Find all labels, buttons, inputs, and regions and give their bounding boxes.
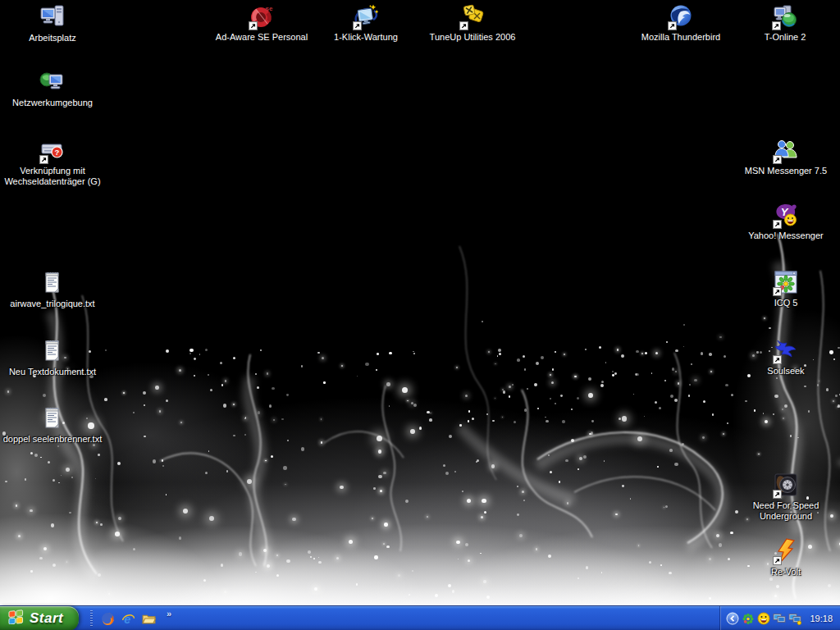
desktop-icon-label: ICQ 5 [724, 298, 840, 308]
desktop-icon-label: Yahoo! Messenger [724, 231, 840, 241]
quicklaunch-internet-explorer-icon[interactable]: e [121, 612, 135, 626]
system-tray: 19:18 [719, 606, 840, 630]
svg-text:e: e [124, 612, 130, 625]
quick-launch-overflow-chevron[interactable]: » [167, 609, 171, 619]
desktop-icon-soulseek[interactable]: Soulseek [724, 337, 840, 377]
desktop-icon-label: MSN Messenger 7.5 [724, 166, 840, 176]
desktop-icon-re-volt[interactable]: Re-Volt [724, 538, 840, 578]
nfs-icon [773, 472, 799, 498]
desktop-icon-label: Need For SpeedUnderground [724, 500, 840, 522]
shortcut-arrow-icon [249, 21, 258, 30]
tray-network-1-icon[interactable] [773, 612, 786, 625]
desktop-icon-tuneup-utilities[interactable]: TuneUp Utilities 2006 [411, 3, 534, 43]
shortcut-arrow-icon [773, 155, 782, 164]
quicklaunch-firefox-icon[interactable] [101, 612, 115, 626]
icq-icon [773, 269, 799, 295]
windows-logo-icon [7, 609, 25, 628]
desktop-icon-label: Arbeitsplatz [0, 33, 114, 43]
desktop: ArbeitsplatzseAd-Aware SE Personal1-Klic… [0, 0, 840, 630]
svg-text:se: se [266, 5, 273, 12]
quicklaunch-folder-icon[interactable] [142, 612, 156, 626]
soulseek-icon [773, 337, 799, 363]
shortcut-arrow-icon [773, 287, 782, 296]
ad-aware-icon: se [249, 3, 275, 30]
wallpaper-tendrils [0, 0, 840, 605]
tray-collapse-chevron-icon[interactable] [726, 612, 739, 625]
desktop-icon-wechseldatentraeger[interactable]: ?Verknüpfung mitWechseldatenträger (G) [0, 137, 114, 187]
desktop-icon-label: Verknüpfung mitWechseldatenträger (G) [0, 166, 114, 187]
notepad-icon [39, 405, 66, 431]
desktop-icon-label: TuneUp Utilities 2006 [411, 32, 534, 43]
desktop-icon-label: 1-Klick-Wartung [304, 32, 427, 43]
desktop-icon-neu-textdokument[interactable]: Neu Textdokument.txt [0, 338, 114, 377]
tray-icq-tray-icon[interactable] [742, 612, 755, 625]
desktop-icon-netzwerkumgebung[interactable]: Netzwerkumgebung [0, 69, 114, 108]
tray-clock[interactable]: 19:18 [810, 614, 833, 623]
t-online-icon [772, 3, 798, 30]
thunderbird-icon [668, 3, 694, 30]
desktop-icon-label: doppel seelenbrenner.txt [0, 434, 114, 445]
start-button[interactable]: Start [0, 606, 79, 630]
wallpaper [0, 0, 840, 605]
desktop-icon-yahoo-messenger[interactable]: YYahoo! Messenger [724, 202, 840, 241]
desktop-icon-label: Soulseek [724, 366, 840, 377]
shortcut-arrow-icon [773, 556, 782, 565]
network-icon [39, 69, 66, 95]
one-click-icon [353, 3, 379, 30]
desktop-icon-icq-5[interactable]: ICQ 5 [724, 269, 840, 308]
shortcut-arrow-icon [772, 21, 781, 30]
shortcut-arrow-icon [39, 155, 48, 164]
desktop-icon-label: Netzwerkumgebung [0, 98, 114, 108]
removable-drive-icon: ? [39, 137, 66, 163]
shortcut-arrow-icon [773, 490, 782, 499]
shortcut-arrow-icon [668, 21, 677, 30]
desktop-icon-label: Neu Textdokument.txt [0, 367, 114, 377]
desktop-icon-t-online-2[interactable]: T-Online 2 [724, 3, 840, 43]
desktop-icon-airwave-trilogique[interactable]: airwave_trilogique.txt [0, 270, 114, 309]
desktop-icon-doppel-seelenbrenner[interactable]: doppel seelenbrenner.txt [0, 405, 114, 445]
my-computer-icon [39, 4, 66, 30]
quick-launch-bar: e [82, 606, 156, 630]
svg-text:?: ? [55, 148, 60, 157]
notepad-icon [39, 338, 66, 364]
start-button-label: Start [30, 610, 63, 627]
tray-network-2-icon[interactable] [788, 612, 801, 625]
msn-icon [773, 137, 799, 163]
tray-yahoo-tray-icon[interactable] [757, 612, 770, 625]
desktop-icon-arbeitsplatz[interactable]: Arbeitsplatz [0, 4, 114, 43]
shortcut-arrow-icon [773, 220, 782, 229]
notepad-icon [39, 270, 66, 296]
desktop-icon-msn-messenger[interactable]: MSN Messenger 7.5 [724, 137, 840, 176]
taskbar: Start e » 19:18 [0, 605, 840, 630]
revolt-icon [773, 538, 799, 564]
desktop-icon-label: airwave_trilogique.txt [0, 299, 114, 309]
shortcut-arrow-icon [459, 21, 468, 30]
desktop-icon-nfs-underground[interactable]: Need For SpeedUnderground [724, 472, 840, 522]
shortcut-arrow-icon [353, 21, 362, 30]
desktop-icon-label: Re-Volt [724, 567, 840, 578]
tuneup-icon [459, 3, 486, 30]
yahoo-icon: Y [773, 202, 799, 228]
desktop-icon-1-klick-wartung[interactable]: 1-Klick-Wartung [304, 3, 427, 43]
shortcut-arrow-icon [773, 355, 782, 364]
desktop-icon-label: T-Online 2 [724, 32, 840, 43]
